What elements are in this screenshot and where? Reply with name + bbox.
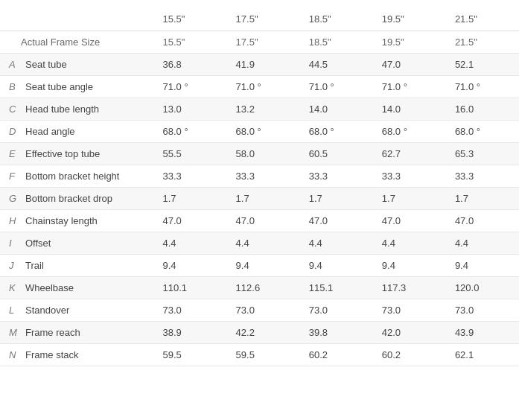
subheader-row: Actual Frame Size15.5"17.5"18.5"19.5"21.… <box>0 31 519 54</box>
row-0-val-0: 36.8 <box>154 54 227 76</box>
row-label-5: FBottom bracket height <box>0 165 154 188</box>
row-letter-9: J <box>9 260 19 271</box>
table-row: EEffective top tube55.558.060.562.765.3 <box>0 143 519 165</box>
row-label-text-4: Effective top tube <box>25 148 100 159</box>
row-label-text-12: Frame reach <box>25 327 80 338</box>
table-row: HChainstay length47.047.047.047.047.0 <box>0 210 519 232</box>
row-0-val-4: 52.1 <box>446 54 519 76</box>
row-letter-2: C <box>9 104 19 115</box>
row-label-text-2: Head tube length <box>25 104 99 115</box>
table-row: LStandover73.073.073.073.073.0 <box>0 299 519 322</box>
row-label-text-7: Chainstay length <box>25 215 98 226</box>
row-label-text-9: Trail <box>25 260 44 271</box>
row-13-val-3: 60.2 <box>373 344 446 366</box>
row-label-12: MFrame reach <box>0 322 154 344</box>
row-0-val-3: 47.0 <box>373 54 446 76</box>
row-12-val-0: 38.9 <box>154 322 227 344</box>
row-9-val-2: 9.4 <box>300 255 373 277</box>
row-1-val-3: 71.0 ° <box>373 76 446 98</box>
row-3-val-1: 68.0 ° <box>227 121 300 143</box>
table-row: MFrame reach38.942.239.842.043.9 <box>0 322 519 344</box>
row-5-val-0: 33.3 <box>154 165 227 188</box>
row-label-text-3: Head angle <box>25 126 75 137</box>
row-10-val-2: 115.1 <box>300 277 373 299</box>
row-1-val-4: 71.0 ° <box>446 76 519 98</box>
row-letter-11: L <box>9 305 19 316</box>
geometry-table-container: 15.5" 17.5" 18.5" 19.5" 21.5" Actual Fra… <box>0 0 519 374</box>
row-12-val-2: 39.8 <box>300 322 373 344</box>
row-0-val-2: 44.5 <box>300 54 373 76</box>
row-letter-10: K <box>9 282 19 293</box>
row-10-val-0: 110.1 <box>154 277 227 299</box>
row-5-val-2: 33.3 <box>300 165 373 188</box>
row-label-4: EEffective top tube <box>0 143 154 165</box>
table-row: BSeat tube angle71.0 °71.0 °71.0 °71.0 °… <box>0 76 519 98</box>
row-13-val-4: 62.1 <box>446 344 519 366</box>
subheader-val-0: 15.5" <box>154 31 227 54</box>
header-row: 15.5" 17.5" 18.5" 19.5" 21.5" <box>0 7 519 31</box>
row-7-val-2: 47.0 <box>300 210 373 232</box>
row-label-9: JTrail <box>0 255 154 277</box>
row-label-text-8: Offset <box>25 238 51 249</box>
row-9-val-4: 9.4 <box>446 255 519 277</box>
row-6-val-3: 1.7 <box>373 188 446 210</box>
row-6-val-2: 1.7 <box>300 188 373 210</box>
subheader-val-3: 19.5" <box>373 31 446 54</box>
table-row: NFrame stack59.559.560.260.262.1 <box>0 344 519 366</box>
row-2-val-2: 14.0 <box>300 98 373 121</box>
row-8-val-0: 4.4 <box>154 232 227 255</box>
row-3-val-2: 68.0 ° <box>300 121 373 143</box>
subheader-val-4: 21.5" <box>446 31 519 54</box>
row-4-val-3: 62.7 <box>373 143 446 165</box>
row-2-val-3: 14.0 <box>373 98 446 121</box>
table-row: IOffset4.44.44.44.44.4 <box>0 232 519 255</box>
row-7-val-4: 47.0 <box>446 210 519 232</box>
row-label-2: CHead tube length <box>0 98 154 121</box>
row-3-val-3: 68.0 ° <box>373 121 446 143</box>
row-8-val-3: 4.4 <box>373 232 446 255</box>
row-label-text-5: Bottom bracket height <box>25 171 119 182</box>
row-5-val-1: 33.3 <box>227 165 300 188</box>
row-label-text-6: Bottom bracket drop <box>25 193 112 204</box>
row-label-0: ASeat tube <box>0 54 154 76</box>
row-8-val-2: 4.4 <box>300 232 373 255</box>
table-row: GBottom bracket drop1.71.71.71.71.7 <box>0 188 519 210</box>
subheader-val-2: 18.5" <box>300 31 373 54</box>
row-11-val-4: 73.0 <box>446 299 519 322</box>
row-5-val-3: 33.3 <box>373 165 446 188</box>
row-3-val-0: 68.0 ° <box>154 121 227 143</box>
row-label-10: KWheelbase <box>0 277 154 299</box>
header-col-2: 18.5" <box>300 7 373 31</box>
row-letter-3: D <box>9 126 19 137</box>
row-7-val-3: 47.0 <box>373 210 446 232</box>
row-5-val-4: 33.3 <box>446 165 519 188</box>
row-10-val-4: 120.0 <box>446 277 519 299</box>
table-row: KWheelbase110.1112.6115.1117.3120.0 <box>0 277 519 299</box>
row-label-6: GBottom bracket drop <box>0 188 154 210</box>
row-7-val-1: 47.0 <box>227 210 300 232</box>
row-10-val-1: 112.6 <box>227 277 300 299</box>
row-6-val-0: 1.7 <box>154 188 227 210</box>
row-1-val-1: 71.0 ° <box>227 76 300 98</box>
row-label-3: DHead angle <box>0 121 154 143</box>
row-letter-0: A <box>9 59 19 70</box>
header-empty-cell <box>0 7 154 31</box>
row-9-val-3: 9.4 <box>373 255 446 277</box>
row-4-val-2: 60.5 <box>300 143 373 165</box>
row-12-val-1: 42.2 <box>227 322 300 344</box>
row-6-val-4: 1.7 <box>446 188 519 210</box>
row-letter-12: M <box>9 327 19 338</box>
row-letter-8: I <box>9 238 19 249</box>
row-label-text-0: Seat tube <box>25 59 67 70</box>
row-4-val-0: 55.5 <box>154 143 227 165</box>
row-4-val-1: 58.0 <box>227 143 300 165</box>
row-2-val-0: 13.0 <box>154 98 227 121</box>
row-8-val-1: 4.4 <box>227 232 300 255</box>
row-letter-7: H <box>9 215 19 226</box>
row-label-text-10: Wheelbase <box>25 282 74 293</box>
row-12-val-3: 42.0 <box>373 322 446 344</box>
row-1-val-2: 71.0 ° <box>300 76 373 98</box>
row-3-val-4: 68.0 ° <box>446 121 519 143</box>
row-7-val-0: 47.0 <box>154 210 227 232</box>
row-13-val-0: 59.5 <box>154 344 227 366</box>
